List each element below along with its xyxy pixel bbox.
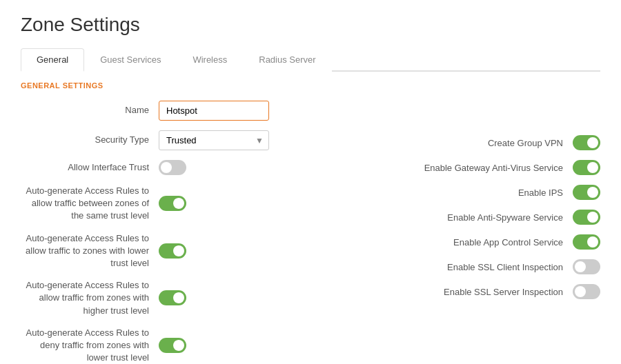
enable-anti-spyware-label: Enable Anti-Spyware Service <box>447 212 563 223</box>
name-input[interactable] <box>159 101 269 121</box>
security-type-wrapper: Trusted Untrusted Public Encrypted ▼ <box>159 130 269 150</box>
allow-interface-trust-label: Allow Interface Trust <box>21 161 159 174</box>
security-type-label: Security Type <box>21 134 159 146</box>
toggle-slider <box>573 210 600 225</box>
autogen-deny-lower-control <box>159 338 283 353</box>
create-group-vpn-row: Create Group VPN <box>338 135 600 150</box>
left-panel: Name Security Type Trusted Untrusted Pub… <box>21 101 310 364</box>
enable-ssl-client-row: Enable SSL Client Inspection <box>338 259 600 274</box>
toggle-slider <box>573 234 600 250</box>
toggle-slider <box>573 160 600 175</box>
autogen-deny-lower-label: Auto-generate Access Rules to deny traff… <box>21 327 159 364</box>
autogen-same-trust-row: Auto-generate Access Rules to allow traf… <box>21 185 283 223</box>
autogen-higher-trust-control <box>159 290 283 305</box>
create-group-vpn-label: Create Group VPN <box>488 138 563 148</box>
toggle-slider <box>573 185 600 200</box>
enable-ssl-client-toggle[interactable] <box>573 259 600 274</box>
enable-anti-spyware-toggle[interactable] <box>573 210 600 225</box>
autogen-lower-trust-toggle[interactable] <box>159 243 186 259</box>
autogen-lower-trust-label: Auto-generate Access Rules to allow traf… <box>21 232 159 270</box>
enable-gateway-av-label: Enable Gateway Anti-Virus Service <box>424 163 563 173</box>
enable-ssl-server-label: Enable SSL Server Inspection <box>444 287 563 297</box>
enable-ips-toggle[interactable] <box>573 185 600 200</box>
enable-ips-row: Enable IPS <box>338 185 600 200</box>
toggle-slider <box>159 196 186 211</box>
enable-app-control-row: Enable App Control Service <box>338 234 600 250</box>
security-type-select[interactable]: Trusted Untrusted Public Encrypted <box>159 130 269 150</box>
tab-general[interactable]: General <box>21 48 84 72</box>
allow-interface-trust-row: Allow Interface Trust <box>21 160 283 175</box>
tab-wireless[interactable]: Wireless <box>177 48 243 72</box>
page-title: Zone Settings <box>21 14 600 36</box>
name-label: Name <box>21 104 159 117</box>
autogen-higher-trust-row: Auto-generate Access Rules to allow traf… <box>21 279 283 317</box>
autogen-same-trust-toggle[interactable] <box>159 196 186 211</box>
toggle-slider <box>573 259 600 274</box>
autogen-same-trust-control <box>159 196 283 211</box>
create-group-vpn-toggle[interactable] <box>573 135 600 150</box>
autogen-lower-trust-control <box>159 243 283 259</box>
enable-app-control-toggle[interactable] <box>573 234 600 250</box>
toggle-slider <box>159 338 186 353</box>
enable-anti-spyware-row: Enable Anti-Spyware Service <box>338 210 600 225</box>
security-type-row: Security Type Trusted Untrusted Public E… <box>21 130 283 150</box>
security-type-control: Trusted Untrusted Public Encrypted ▼ <box>159 130 283 150</box>
enable-ips-label: Enable IPS <box>518 188 563 198</box>
name-row: Name <box>21 101 283 121</box>
autogen-higher-trust-label: Auto-generate Access Rules to allow traf… <box>21 279 159 317</box>
autogen-higher-trust-toggle[interactable] <box>159 290 186 305</box>
right-panel: Create Group VPN Enable Gateway Anti-Vir… <box>310 101 600 364</box>
allow-interface-trust-toggle[interactable] <box>159 160 186 175</box>
autogen-deny-lower-row: Auto-generate Access Rules to deny traff… <box>21 327 283 364</box>
autogen-lower-trust-row: Auto-generate Access Rules to allow traf… <box>21 232 283 270</box>
enable-app-control-label: Enable App Control Service <box>453 237 563 247</box>
tabs-container: General Guest Services Wireless Radius S… <box>21 47 600 72</box>
enable-ssl-server-toggle[interactable] <box>573 284 600 299</box>
toggle-slider <box>159 243 186 259</box>
toggle-slider <box>573 135 600 150</box>
enable-ssl-server-row: Enable SSL Server Inspection <box>338 284 600 299</box>
section-label: GENERAL SETTINGS <box>21 81 600 90</box>
allow-interface-trust-control <box>159 160 283 175</box>
toggle-slider <box>159 160 186 175</box>
autogen-same-trust-label: Auto-generate Access Rules to allow traf… <box>21 185 159 223</box>
toggle-slider <box>573 284 600 299</box>
enable-ssl-client-label: Enable SSL Client Inspection <box>447 262 563 272</box>
enable-gateway-av-toggle[interactable] <box>573 160 600 175</box>
name-control <box>159 101 283 121</box>
autogen-deny-lower-toggle[interactable] <box>159 338 186 353</box>
tab-guest-services[interactable]: Guest Services <box>84 48 177 72</box>
content-area: Name Security Type Trusted Untrusted Pub… <box>21 101 600 364</box>
enable-gateway-av-row: Enable Gateway Anti-Virus Service <box>338 160 600 175</box>
toggle-slider <box>159 290 186 305</box>
tab-radius-server[interactable]: Radius Server <box>243 48 331 72</box>
